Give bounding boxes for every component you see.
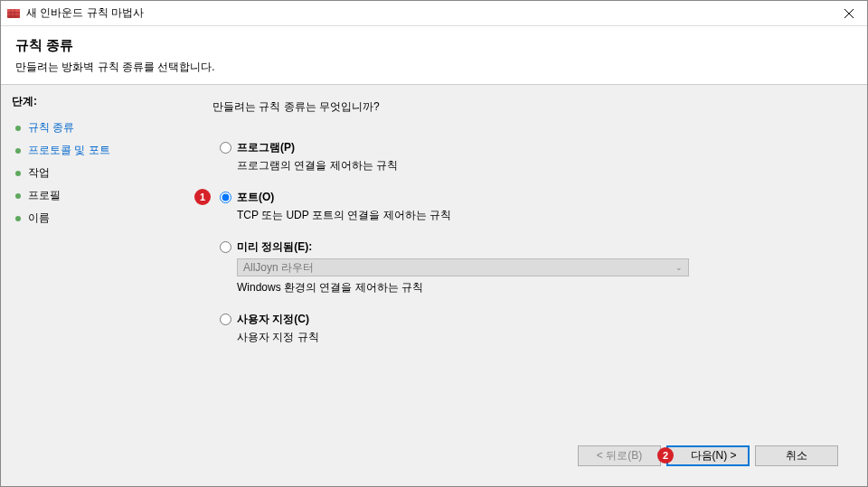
window-title: 새 인바운드 규칙 마법사	[26, 5, 831, 21]
option-port-label: 포트(O)	[237, 190, 274, 205]
close-button[interactable]	[831, 1, 867, 26]
header: 규칙 종류 만들려는 방화벽 규칙 종류를 선택합니다.	[1, 26, 867, 84]
option-group: 프로그램(P) 프로그램의 연결을 제어하는 규칙 1 포트(O) TCP 또는…	[220, 140, 849, 361]
annotation-2: 2	[657, 447, 674, 464]
option-predefined: 미리 정의됨(E): AllJoyn 라우터 ⌄ Windows 환경의 연결을…	[220, 239, 849, 295]
firewall-icon	[6, 6, 21, 21]
step-action[interactable]: 작업	[12, 162, 180, 184]
predefined-combo[interactable]: AllJoyn 라우터 ⌄	[237, 258, 689, 276]
back-button[interactable]: < 뒤로(B)	[578, 445, 661, 466]
cancel-button[interactable]: 취소	[755, 445, 838, 466]
bullet-icon	[15, 193, 21, 199]
radio-program[interactable]	[220, 142, 231, 154]
option-custom-label: 사용자 지정(C)	[237, 312, 309, 327]
step-rule-type[interactable]: 규칙 종류	[12, 117, 180, 139]
svg-rect-1	[7, 9, 20, 12]
question-text: 만들려는 규칙 종류는 무엇입니까?	[212, 99, 849, 115]
step-name[interactable]: 이름	[12, 207, 180, 229]
option-program: 프로그램(P) 프로그램의 연결을 제어하는 규칙	[220, 140, 849, 173]
next-button[interactable]: 다음(N) >	[666, 445, 750, 466]
radio-port[interactable]	[220, 192, 231, 203]
bullet-icon	[15, 216, 21, 221]
option-custom-desc: 사용자 지정 규칙	[237, 330, 849, 345]
chevron-down-icon: ⌄	[675, 263, 683, 272]
bullet-icon	[15, 126, 21, 131]
option-predefined-label: 미리 정의됨(E):	[237, 239, 312, 255]
step-profile[interactable]: 프로필	[12, 184, 180, 207]
option-program-label: 프로그램(P)	[237, 140, 295, 155]
combo-value: AllJoyn 라우터	[243, 260, 314, 276]
option-port: 1 포트(O) TCP 또는 UDP 포트의 연결을 제어하는 규칙	[220, 190, 849, 223]
bullet-icon	[15, 148, 21, 154]
titlebar: 새 인바운드 규칙 마법사	[1, 1, 867, 26]
option-predefined-desc: Windows 환경의 연결을 제어하는 규칙	[237, 280, 849, 295]
annotation-1: 1	[194, 189, 211, 205]
sidebar-heading: 단계:	[12, 94, 180, 109]
step-protocol-port[interactable]: 프로토콜 및 포트	[12, 139, 180, 162]
wizard-window: 새 인바운드 규칙 마법사 규칙 종류 만들려는 방화벽 규칙 종류를 선택합니…	[0, 0, 868, 487]
option-custom: 사용자 지정(C) 사용자 지정 규칙	[220, 312, 849, 345]
radio-custom[interactable]	[220, 314, 231, 325]
bullet-icon	[15, 171, 21, 176]
option-port-desc: TCP 또는 UDP 포트의 연결을 제어하는 규칙	[237, 208, 849, 223]
body: 단계: 규칙 종류 프로토콜 및 포트 작업 프로필 이름	[1, 85, 867, 486]
page-subtitle: 만들려는 방화벽 규칙 종류를 선택합니다.	[15, 60, 853, 75]
footer: < 뒤로(B) 2 다음(N) > 취소	[212, 438, 849, 477]
main-content: 만들려는 규칙 종류는 무엇입니까? 프로그램(P) 프로그램의 연결을 제어하…	[191, 85, 867, 486]
svg-rect-2	[7, 13, 20, 15]
radio-predefined[interactable]	[220, 241, 231, 253]
page-title: 규칙 종류	[15, 37, 853, 54]
sidebar: 단계: 규칙 종류 프로토콜 및 포트 작업 프로필 이름	[1, 85, 191, 486]
option-program-desc: 프로그램의 연결을 제어하는 규칙	[237, 158, 849, 173]
